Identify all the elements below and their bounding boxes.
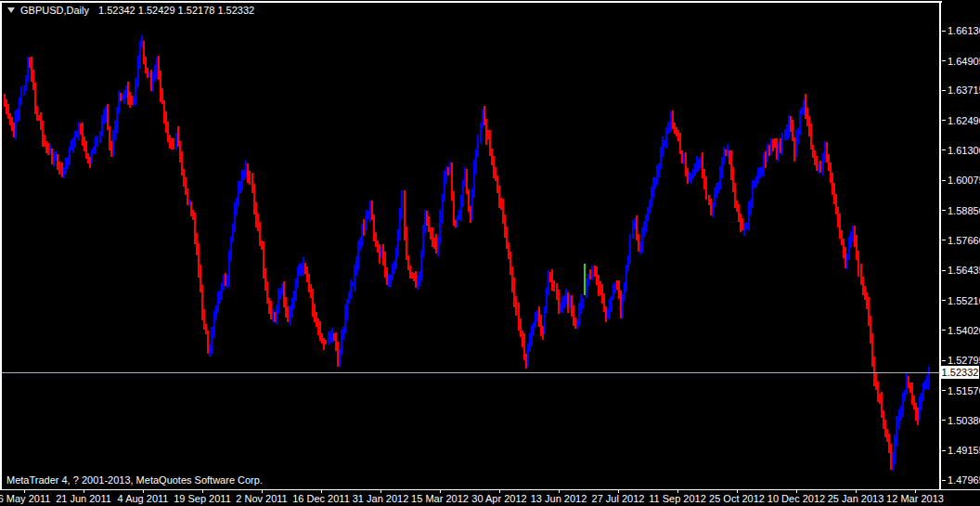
price-bar [350,279,352,300]
price-bar [89,157,91,168]
price-bar [703,169,705,188]
price-bar [738,204,740,222]
price-bar [203,309,205,330]
price-bar [135,78,136,105]
price-bar [437,237,439,256]
price-bar [9,113,11,125]
price-bar [898,409,900,429]
price-bar [567,292,569,313]
price-bar [828,154,830,171]
price-bar [527,344,529,367]
price-bar [261,240,263,250]
price-bar [667,122,669,134]
price-bar [316,312,317,327]
price-bar [801,107,803,114]
time-axis-label: 25 Oct 2012 [705,493,768,505]
price-bar [580,294,582,314]
price-bar [143,41,145,64]
price-bar [502,199,504,224]
price-bar [411,272,413,279]
time-axis-label: 2 Nov 2011 [230,493,293,505]
price-axis-label: 1.49155 [948,445,980,456]
price-bar [763,153,765,176]
price-bar [536,310,538,322]
price-bar [651,187,652,207]
price-bar [487,130,489,139]
price-bar [776,138,778,160]
price-bar [548,270,549,295]
price-bar [702,152,703,177]
price-bar [188,200,190,205]
price-bar [743,223,745,236]
price-bar [832,173,833,195]
price-bar [175,133,177,149]
price-bar [239,181,241,193]
price-bar [774,138,776,148]
price-bar [924,381,926,390]
price-bar [850,231,852,247]
price-bar [352,282,354,287]
price-bar [32,70,34,90]
price-bar [333,333,335,341]
price-bar [371,201,373,221]
price-bar [122,95,123,100]
price-bar [185,177,187,195]
price-bar [892,452,894,471]
symbol-dropdown-icon[interactable] [7,7,15,13]
price-bar [643,221,645,237]
price-axis-label: 1.60075 [948,175,980,186]
price-bar [112,130,114,156]
price-bar [78,122,80,140]
price-axis-label: 1.56435 [948,265,980,276]
price-bar [485,119,487,144]
price-bar [544,306,546,335]
price-bar [480,123,482,144]
price-bar [58,162,60,175]
price-bar [236,198,238,215]
price-bar [363,219,365,235]
price-bar [34,83,36,114]
price-axis-label: 1.50380 [948,415,980,426]
price-bar [154,65,156,82]
price-bar [890,444,892,470]
price-bar [928,367,930,390]
time-axis-label: 30 Apr 2012 [468,493,531,505]
price-bar [304,263,306,274]
price-bar [413,273,415,281]
price-bar [173,138,174,149]
price-bar [553,280,555,292]
price-bar [496,175,498,193]
price-bar [696,156,698,173]
price-bar [660,147,662,170]
price-bar [805,94,806,119]
price-bar [683,153,685,164]
price-bar [806,108,808,126]
price-bar [373,214,375,241]
price-bar [287,306,289,322]
price-bar [179,141,181,162]
price-bar [473,160,475,197]
price-bar [209,344,211,357]
price-bar [888,434,890,453]
price-bar [255,202,257,227]
price-bar [799,110,801,135]
price-bar [603,293,605,312]
price-bar [477,135,479,157]
price-bar [234,202,236,232]
price-bar [582,298,584,309]
price-bar [20,86,22,105]
price-bar [767,144,768,162]
time-axis-label: 13 Jun 2012 [527,493,590,505]
price-bar [263,241,264,278]
price-bar [674,123,676,134]
chart-plot-area[interactable] [0,0,980,506]
price-bar [44,135,45,147]
price-bar [795,130,797,157]
price-bar [415,271,417,288]
price-bar [727,144,729,157]
price-bar [638,234,639,253]
price-bar [393,261,395,274]
price-bar [489,130,491,156]
price-bar [468,189,470,212]
price-bar [601,284,603,304]
